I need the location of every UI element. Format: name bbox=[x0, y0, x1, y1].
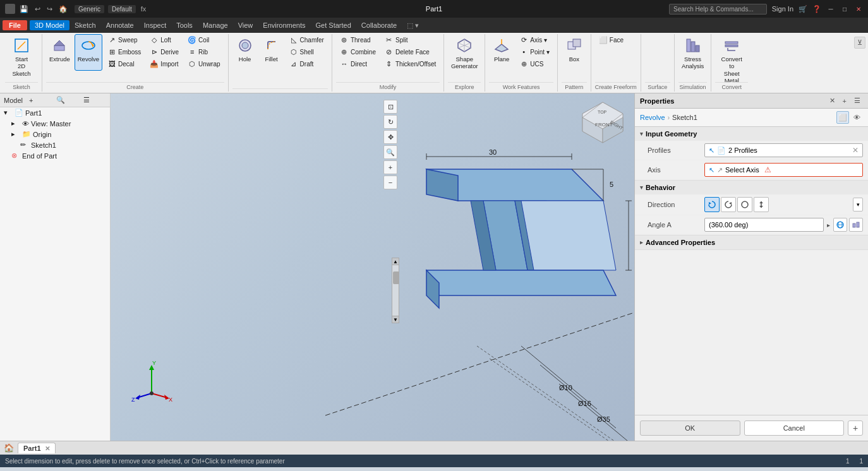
point-btn[interactable]: •Point ▾ bbox=[515, 46, 553, 57]
menu-environments[interactable]: Environments bbox=[258, 20, 310, 30]
maximize-btn[interactable]: □ bbox=[840, 4, 849, 13]
menu-sketch[interactable]: Sketch bbox=[69, 20, 101, 30]
box-btn[interactable]: Box bbox=[562, 34, 587, 71]
sidebar-search-btn[interactable]: 🔍 bbox=[54, 95, 79, 105]
combine-btn[interactable]: ⊕Combine bbox=[336, 46, 380, 57]
hole-btn[interactable]: Hole bbox=[232, 34, 258, 71]
sweep-btn[interactable]: ↗Sweep bbox=[104, 34, 145, 45]
menu-file[interactable]: File bbox=[3, 20, 27, 30]
vp-zoom-full-btn[interactable]: ⊡ bbox=[383, 100, 397, 114]
ok-btn[interactable]: OK bbox=[640, 420, 740, 436]
ribbon-collapse-btn[interactable]: ⊻ bbox=[854, 37, 865, 49]
vp-scroll-down-btn[interactable]: ▼ bbox=[392, 316, 399, 323]
coil-btn[interactable]: 🌀Coil bbox=[184, 34, 224, 45]
profiles-clear-btn[interactable]: ✕ bbox=[852, 146, 859, 155]
props-view-eye-btn[interactable]: 👁 bbox=[850, 111, 863, 124]
loft-btn[interactable]: ◇Loft bbox=[146, 34, 183, 45]
doc-tab-close-btn[interactable]: ✕ bbox=[45, 445, 50, 452]
props-section-advanced-header[interactable]: ▸ Advanced Properties bbox=[635, 236, 868, 249]
props-close-btn[interactable]: ✕ bbox=[827, 96, 838, 105]
convert-sheet-metal-btn[interactable]: Convert toSheet Metal bbox=[715, 34, 748, 71]
split-btn[interactable]: ✂Split bbox=[381, 34, 440, 45]
stress-analysis-btn[interactable]: StressAnalysis bbox=[678, 34, 707, 71]
tree-item-origin[interactable]: ▸ 📁 Origin bbox=[0, 129, 110, 140]
shape-generator-btn[interactable]: ShapeGenerator bbox=[448, 34, 481, 71]
sidebar-add-btn[interactable]: + bbox=[27, 96, 52, 105]
props-section-behavior-header[interactable]: ▾ Behavior bbox=[635, 181, 868, 194]
menu-extra[interactable]: ⬚ ▾ bbox=[402, 20, 424, 31]
quick-access-save[interactable]: 💾 bbox=[18, 4, 30, 14]
dir-btn-4[interactable] bbox=[754, 197, 769, 212]
cart-icon[interactable]: 🛒 bbox=[799, 5, 807, 13]
vp-scroll-thumb[interactable] bbox=[393, 271, 399, 284]
sidebar-menu-btn[interactable]: ☰ bbox=[81, 95, 106, 105]
vp-scroll-up-btn[interactable]: ▲ bbox=[392, 258, 399, 265]
menu-3d-model[interactable]: 3D Model bbox=[30, 20, 69, 30]
quick-access-home[interactable]: 🏠 bbox=[57, 4, 69, 14]
shell-btn[interactable]: ⬡Shell bbox=[286, 46, 328, 57]
thread-btn[interactable]: ⊛Thread bbox=[336, 34, 380, 45]
unwrap-btn[interactable]: ⬡Unwrap bbox=[184, 58, 224, 69]
rib-btn[interactable]: ≡Rib bbox=[184, 46, 224, 57]
import-btn[interactable]: 📥Import bbox=[146, 58, 183, 69]
nav-cube[interactable]: FRONT RIGHT TOP bbox=[577, 100, 628, 150]
quick-access-redo[interactable]: ↪ bbox=[45, 4, 54, 14]
menu-manage[interactable]: Manage bbox=[198, 20, 233, 30]
props-section-input-geometry-header[interactable]: ▾ Input Geometry bbox=[635, 127, 868, 141]
chamfer-btn[interactable]: ◺Chamfer bbox=[286, 34, 328, 45]
minimize-btn[interactable]: ─ bbox=[826, 4, 835, 13]
vp-zoom-in-btn[interactable]: + bbox=[383, 160, 397, 174]
emboss-btn[interactable]: ⊞Emboss bbox=[104, 46, 145, 57]
axis-input[interactable]: ↖ ↗ Select Axis ⚠ bbox=[704, 163, 863, 177]
delete-face-btn[interactable]: ⊘Delete Face bbox=[381, 46, 440, 57]
menu-view[interactable]: View bbox=[233, 20, 258, 30]
quick-access-undo[interactable]: ↩ bbox=[33, 4, 42, 14]
tree-item-part1[interactable]: ▾ 📄 Part1 bbox=[0, 107, 110, 118]
derive-btn[interactable]: ⊳Derive bbox=[146, 46, 183, 57]
footer-plus-btn[interactable]: + bbox=[848, 420, 863, 436]
config-dropdown[interactable]: Default bbox=[108, 5, 136, 13]
props-add-btn[interactable]: + bbox=[840, 97, 849, 105]
props-view-solid-btn[interactable]: ⬜ bbox=[836, 111, 849, 124]
menu-get-started[interactable]: Get Started bbox=[311, 20, 356, 30]
vp-pan-btn[interactable]: ✥ bbox=[383, 130, 397, 144]
ucs-btn[interactable]: ⊕UCS bbox=[515, 58, 553, 69]
tree-item-end-of-part[interactable]: ⊗ End of Part bbox=[0, 150, 110, 161]
search-bar[interactable]: Search Help & Commands... bbox=[669, 4, 767, 15]
profiles-input[interactable]: ↖ 📄 2 Profiles ✕ bbox=[704, 143, 863, 157]
tree-item-sketch1[interactable]: ✏ Sketch1 bbox=[0, 140, 110, 150]
angle-flip-btn[interactable] bbox=[849, 218, 863, 232]
axis-btn[interactable]: ⟳Axis ▾ bbox=[515, 34, 553, 45]
cancel-btn[interactable]: Cancel bbox=[744, 420, 845, 436]
vp-zoom-out-btn[interactable]: − bbox=[383, 176, 397, 189]
angle-sym-btn[interactable] bbox=[833, 218, 847, 232]
dir-btn-1[interactable] bbox=[704, 197, 720, 212]
plane-btn[interactable]: Plane bbox=[489, 34, 514, 71]
revolve-btn[interactable]: Revolve bbox=[75, 34, 102, 71]
tab-home-icon[interactable]: 🏠 bbox=[3, 442, 15, 454]
tree-item-view-master[interactable]: ▸ 👁 View: Master bbox=[0, 118, 110, 129]
dir-btn-3[interactable] bbox=[737, 197, 752, 212]
props-menu-btn[interactable]: ☰ bbox=[852, 96, 863, 105]
fillet-btn[interactable]: Fillet bbox=[259, 34, 284, 71]
direct-btn[interactable]: ↔Direct bbox=[336, 58, 380, 69]
breadcrumb-revolve-link[interactable]: Revolve bbox=[640, 114, 665, 121]
face-btn[interactable]: ⬜Face bbox=[595, 34, 627, 45]
workspace-dropdown[interactable]: Generic bbox=[75, 5, 104, 13]
close-btn[interactable]: ✕ bbox=[854, 4, 863, 13]
menu-inspect[interactable]: Inspect bbox=[139, 20, 171, 30]
vp-zoom-btn[interactable]: 🔍 bbox=[383, 145, 397, 159]
start-2d-sketch-btn[interactable]: Start2D Sketch bbox=[5, 34, 38, 71]
thicken-btn[interactable]: ⇕Thicken/Offset bbox=[381, 58, 440, 69]
decal-btn[interactable]: 🖼Decal bbox=[104, 58, 145, 69]
angle-a-input[interactable]: (360.00 deg) bbox=[704, 218, 824, 232]
sign-in-btn[interactable]: Sign In bbox=[772, 5, 793, 13]
dir-btn-2[interactable] bbox=[721, 197, 736, 212]
direction-dropdown[interactable]: ▾ bbox=[853, 198, 863, 212]
vp-rotate-btn[interactable]: ↻ bbox=[383, 115, 397, 129]
formula-icon[interactable]: fx bbox=[138, 5, 149, 13]
extrude-btn[interactable]: Extrude bbox=[46, 34, 73, 71]
doc-tab-part1[interactable]: Part1 ✕ bbox=[18, 443, 56, 453]
menu-tools[interactable]: Tools bbox=[171, 20, 198, 30]
menu-annotate[interactable]: Annotate bbox=[101, 20, 139, 30]
